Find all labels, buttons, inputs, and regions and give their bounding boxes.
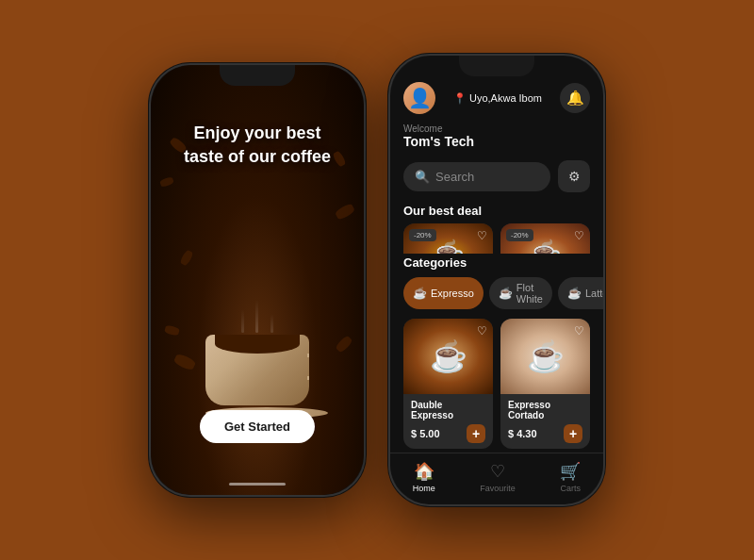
- product-price-1: $ 5.00: [411, 428, 440, 439]
- product-price-row-1: $ 5.00 +: [411, 424, 485, 443]
- steam-1: [241, 309, 244, 333]
- welcome-label: Welcome: [403, 124, 590, 134]
- user-name: Tom's Tech: [403, 134, 590, 149]
- bell-icon: 🔔: [566, 90, 584, 107]
- category-tabs: ☕ Expresso ☕ Flot White ☕ Latte: [403, 277, 590, 309]
- deal-cup-icon-2: ☕: [529, 239, 562, 254]
- notch-left: [220, 65, 295, 86]
- categories-title: Categories: [403, 255, 590, 273]
- cart-icon: 🛒: [560, 461, 581, 482]
- product-cup-icon-1: ☕: [430, 338, 467, 374]
- home-indicator-left: [229, 483, 286, 486]
- product-price-row-2: $ 4.30 +: [508, 424, 582, 443]
- product-name-1: Dauble Expresso: [411, 400, 485, 420]
- avatar[interactable]: 👤: [403, 82, 435, 114]
- category-tab-latte[interactable]: ☕ Latte: [558, 277, 603, 309]
- home-icon: 🏠: [414, 461, 434, 482]
- location-text: Uyo,Akwa Ibom: [469, 92, 542, 104]
- nav-home[interactable]: 🏠 Home: [413, 461, 435, 493]
- deal-heart-2: ♡: [574, 229, 584, 242]
- deal-card-2[interactable]: -20% ♡ ☕ Special Flot With Co: [500, 223, 590, 254]
- deal-heart-1: ♡: [477, 229, 487, 242]
- notch-right: [459, 56, 534, 76]
- deal-card-1[interactable]: -20% ♡ ☕ Italian Cappuccino Coffee: [403, 223, 493, 254]
- location-pin-icon: 📍: [453, 92, 467, 105]
- espresso-icon: ☕: [413, 287, 427, 300]
- add-to-cart-button-1[interactable]: +: [467, 424, 485, 443]
- categories-section: Categories ☕ Expresso ☕ Flot White ☕ Lat…: [390, 254, 603, 313]
- screen-left: Enjoy your best taste of our coffee Get …: [151, 65, 364, 495]
- steam-3: [270, 314, 273, 333]
- product-heart-2: ♡: [574, 324, 584, 338]
- add-to-cart-button-2[interactable]: +: [564, 424, 582, 443]
- phone-right: 👤 📍 Uyo,Akwa Ibom 🔔 Welcome Tom's Tech 🔍: [388, 54, 605, 506]
- steam-decoration: [238, 305, 277, 337]
- deals-section-title: Our best deal: [390, 198, 603, 223]
- filter-button[interactable]: ⚙: [558, 160, 590, 192]
- cup-body: [205, 335, 309, 405]
- latte-icon: ☕: [567, 287, 582, 300]
- category-label-expresso: Expresso: [431, 288, 474, 299]
- search-icon: 🔍: [415, 170, 430, 184]
- phones-container: Enjoy your best taste of our coffee Get …: [149, 54, 605, 506]
- nav-favourite[interactable]: ♡ Favourite: [480, 461, 516, 493]
- product-info-2: Expresso Cortado $ 4.30 +: [500, 394, 590, 449]
- category-tab-flatwhite[interactable]: ☕ Flot White: [489, 277, 552, 309]
- deal-badge-1: -20%: [409, 229, 436, 241]
- product-card-2[interactable]: ♡ ☕ Expresso Cortado $ 4.30 +: [500, 319, 590, 449]
- deal-cup-icon-1: ☕: [432, 239, 465, 254]
- filter-icon: ⚙: [568, 169, 581, 184]
- product-image-area-1: ♡ ☕: [403, 319, 493, 394]
- product-price-2: $ 4.30: [508, 428, 537, 439]
- search-row: 🔍 Search ⚙: [390, 155, 603, 198]
- avatar-image: 👤: [408, 87, 432, 109]
- get-started-button[interactable]: Get Started: [200, 410, 315, 443]
- product-cup-icon-2: ☕: [527, 338, 565, 374]
- category-label-latte: Latte: [585, 288, 603, 299]
- title-line2: taste of our coffee: [151, 145, 364, 169]
- nav-carts-label: Carts: [560, 484, 581, 493]
- title-line1: Enjoy your best: [151, 122, 364, 145]
- bottom-nav: 🏠 Home ♡ Favourite 🛒 Carts: [390, 453, 603, 504]
- coffee-cup: [205, 335, 309, 420]
- product-card-1[interactable]: ♡ ☕ Dauble Expresso $ 5.00 +: [403, 319, 493, 449]
- left-phone-title: Enjoy your best taste of our coffee: [151, 122, 364, 169]
- product-image-area-2: ♡ ☕: [500, 319, 590, 394]
- search-placeholder-text: Search: [435, 170, 474, 184]
- location-area: 📍 Uyo,Akwa Ibom: [435, 92, 560, 105]
- products-grid: ♡ ☕ Dauble Expresso $ 5.00 +: [390, 313, 603, 453]
- deals-row: -20% ♡ ☕ Italian Cappuccino Coffee -20% …: [390, 223, 603, 254]
- flatwhite-icon: ☕: [499, 287, 513, 300]
- search-bar[interactable]: 🔍 Search: [403, 162, 550, 191]
- heart-icon: ♡: [490, 461, 505, 482]
- cup-handle: [307, 354, 309, 380]
- product-heart-1: ♡: [477, 324, 487, 338]
- product-info-1: Dauble Expresso $ 5.00 +: [403, 394, 493, 449]
- nav-home-label: Home: [413, 484, 435, 493]
- nav-favourite-label: Favourite: [480, 484, 516, 493]
- screen-right: 👤 📍 Uyo,Akwa Ibom 🔔 Welcome Tom's Tech 🔍: [390, 56, 603, 504]
- deal-badge-2: -20%: [506, 229, 533, 241]
- nav-carts[interactable]: 🛒 Carts: [560, 461, 581, 493]
- steam-2: [256, 300, 259, 333]
- notification-button[interactable]: 🔔: [560, 83, 590, 113]
- welcome-section: Welcome Tom's Tech: [390, 122, 603, 155]
- category-tab-expresso[interactable]: ☕ Expresso: [403, 277, 484, 309]
- category-label-flatwhite: Flot White: [516, 282, 543, 305]
- product-name-2: Expresso Cortado: [508, 400, 582, 420]
- phone-left: Enjoy your best taste of our coffee Get …: [149, 63, 366, 497]
